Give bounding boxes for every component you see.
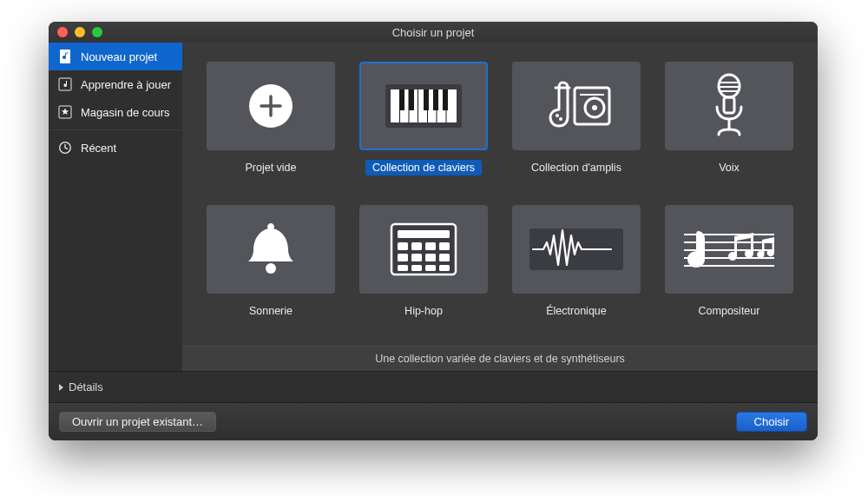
- star-box-icon: [57, 104, 73, 120]
- sidebar: Nouveau projet Apprendre à jouer Magasin…: [49, 43, 182, 371]
- template-label: Sonnerie: [242, 303, 299, 319]
- waveform-icon: [512, 205, 641, 294]
- window-controls: [49, 27, 102, 37]
- template-label: Projet vide: [238, 160, 303, 175]
- svg-rect-35: [425, 242, 436, 250]
- chevron-right-icon: [57, 383, 65, 392]
- zoom-window-button[interactable]: [92, 27, 102, 37]
- sidebar-item-new-project[interactable]: Nouveau projet: [49, 43, 182, 70]
- note-box-icon: [57, 76, 73, 92]
- guitar-amp-icon: [512, 62, 641, 150]
- sidebar-item-label: Récent: [81, 142, 116, 155]
- svg-rect-36: [439, 242, 450, 250]
- svg-rect-43: [425, 265, 436, 271]
- template-grid: Projet vide Collection de claviers Colle…: [182, 43, 818, 346]
- window-title: Choisir un projet: [49, 26, 818, 39]
- clock-icon: [57, 140, 73, 155]
- template-label: Électronique: [539, 303, 614, 319]
- sidebar-item-label: Nouveau projet: [81, 50, 157, 63]
- drum-machine-icon: [359, 205, 488, 294]
- minimize-window-button[interactable]: [75, 27, 85, 37]
- svg-rect-32: [398, 230, 450, 238]
- svg-rect-34: [411, 242, 422, 250]
- svg-rect-40: [439, 254, 450, 261]
- template-electronic[interactable]: Électronique: [512, 205, 641, 319]
- svg-point-30: [266, 263, 276, 274]
- sidebar-item-learn[interactable]: Apprendre à jouer: [49, 70, 182, 98]
- details-disclosure[interactable]: Détails: [49, 371, 818, 402]
- svg-rect-42: [411, 265, 422, 271]
- template-ringtone[interactable]: Sonnerie: [207, 205, 335, 319]
- template-label: Hip-hop: [398, 303, 450, 319]
- window-body: Nouveau projet Apprendre à jouer Magasin…: [49, 43, 818, 371]
- microphone-icon: [665, 62, 793, 150]
- svg-rect-33: [398, 242, 408, 250]
- template-empty-project[interactable]: Projet vide: [207, 62, 335, 175]
- template-keyboard-collection[interactable]: Collection de claviers: [359, 62, 488, 175]
- sidebar-item-recent[interactable]: Récent: [49, 134, 182, 162]
- svg-rect-37: [398, 254, 408, 261]
- template-label: Collection d'amplis: [524, 160, 628, 175]
- template-label: Collection de claviers: [365, 160, 482, 175]
- template-songwriter[interactable]: Compositeur: [665, 205, 793, 319]
- svg-rect-44: [439, 265, 450, 271]
- svg-rect-10: [433, 89, 438, 110]
- template-amp-collection[interactable]: Collection d'amplis: [512, 62, 641, 175]
- svg-rect-9: [424, 89, 429, 110]
- keyboard-icon: [359, 62, 488, 150]
- svg-point-22: [556, 114, 559, 117]
- sidebar-divider: [49, 129, 182, 130]
- svg-rect-28: [724, 97, 734, 113]
- footer: Ouvrir un projet existant… Choisir: [49, 402, 818, 440]
- template-description: Une collection variée de claviers et de …: [182, 346, 818, 371]
- music-doc-icon: [57, 49, 73, 64]
- sidebar-item-label: Apprendre à jouer: [81, 78, 171, 91]
- svg-rect-41: [398, 265, 408, 271]
- svg-rect-8: [409, 89, 414, 110]
- svg-point-23: [559, 117, 562, 121]
- titlebar: Choisir un projet: [49, 22, 818, 43]
- plus-circle-icon: [207, 62, 335, 150]
- sidebar-item-lesson-store[interactable]: Magasin de cours: [49, 98, 182, 126]
- template-label: Compositeur: [692, 303, 767, 319]
- project-chooser-window: Choisir un projet Nouveau projet Apprend…: [49, 22, 818, 440]
- open-existing-button[interactable]: Ouvrir un projet existant…: [59, 412, 216, 432]
- details-label: Détails: [69, 380, 103, 393]
- bell-icon: [207, 205, 335, 294]
- template-voice[interactable]: Voix: [665, 62, 793, 175]
- close-window-button[interactable]: [57, 27, 68, 37]
- svg-rect-11: [443, 89, 448, 110]
- svg-rect-38: [411, 254, 422, 261]
- content-area: Projet vide Collection de claviers Colle…: [182, 43, 818, 371]
- svg-point-20: [592, 105, 597, 110]
- sheet-music-icon: [665, 205, 793, 294]
- sidebar-item-label: Magasin de cours: [81, 106, 170, 119]
- svg-rect-39: [425, 254, 436, 261]
- choose-button[interactable]: Choisir: [736, 412, 807, 432]
- template-hiphop[interactable]: Hip-hop: [359, 205, 488, 319]
- template-label: Voix: [712, 160, 746, 175]
